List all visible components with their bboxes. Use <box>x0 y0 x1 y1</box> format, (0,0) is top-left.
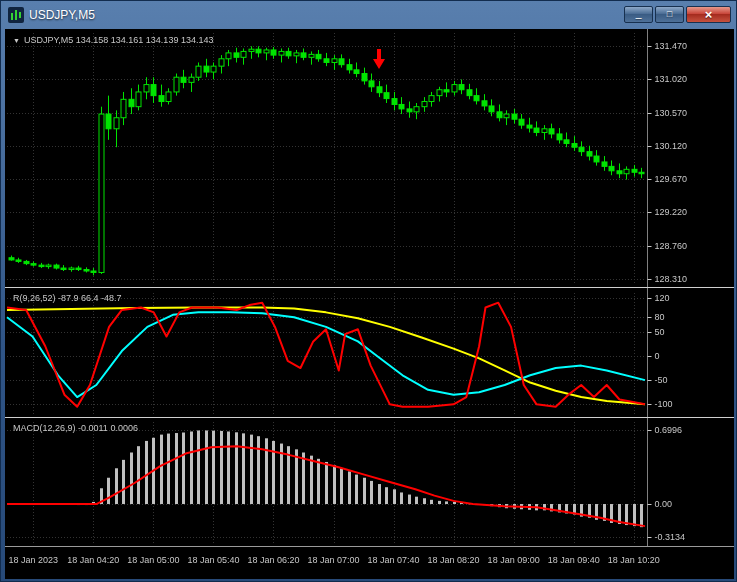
title-bar[interactable]: USDJPY,M5 – □ × <box>1 1 736 28</box>
maximize-button[interactable]: □ <box>655 6 684 23</box>
minimize-icon: – <box>635 12 641 23</box>
panel-splitter-macd[interactable] <box>5 417 734 418</box>
minimize-button[interactable]: – <box>624 6 653 23</box>
chart-canvas[interactable] <box>5 29 734 579</box>
maximize-icon: □ <box>667 9 672 20</box>
sell-arrow-icon[interactable] <box>372 48 386 70</box>
window-title: USDJPY,M5 <box>29 8 624 22</box>
terminal-window: USDJPY,M5 – □ × ▼USDJPY,M5 134.158 134.1… <box>0 0 737 582</box>
close-button[interactable]: × <box>686 6 731 23</box>
price-axis[interactable] <box>648 29 734 546</box>
panel-splitter-indicator[interactable] <box>5 287 734 288</box>
chart-app-icon <box>8 7 24 23</box>
time-axis[interactable] <box>5 547 734 579</box>
chart-area[interactable]: ▼USDJPY,M5 134.158 134.161 134.139 134.1… <box>5 29 734 579</box>
close-icon: × <box>705 9 713 20</box>
window-controls: – □ × <box>624 6 731 23</box>
